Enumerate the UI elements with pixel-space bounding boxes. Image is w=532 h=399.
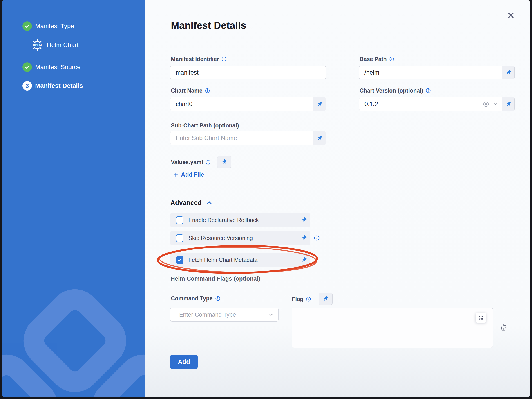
manifest-identifier-label-row: Manifest Identifier xyxy=(171,56,227,62)
flag-pin-button[interactable] xyxy=(319,293,333,305)
check-icon xyxy=(24,64,30,70)
info-icon[interactable] xyxy=(389,57,394,62)
expand-icon[interactable] xyxy=(475,313,486,323)
sidebar-step-manifest-source[interactable]: Manifest Source xyxy=(22,62,81,72)
pin-icon xyxy=(221,159,227,165)
sidebar-step-label: Manifest Details xyxy=(35,82,83,89)
pin-icon[interactable] xyxy=(313,97,326,111)
chart-version-label-row: Chart Version (optional) xyxy=(360,87,431,94)
advanced-option-2-checkbox[interactable] xyxy=(176,256,184,264)
pin-icon[interactable] xyxy=(298,217,310,223)
step-complete-icon xyxy=(22,62,32,72)
manifest-identifier-field xyxy=(170,65,326,79)
manifest-identifier-input[interactable] xyxy=(171,66,326,79)
values-yaml-pin-button[interactable] xyxy=(217,156,231,168)
pin-icon[interactable] xyxy=(298,257,310,263)
chart-version-field xyxy=(359,97,515,111)
option-label: Skip Resource Versioning xyxy=(188,235,298,241)
chart-name-label: Chart Name xyxy=(171,87,202,94)
info-icon[interactable] xyxy=(205,88,210,93)
sidebar-step-helm-chart[interactable]: Helm Chart xyxy=(31,39,79,51)
info-icon[interactable] xyxy=(215,296,220,301)
step-number: 3 xyxy=(26,82,29,89)
info-icon[interactable] xyxy=(306,297,311,302)
flag-label: Flag xyxy=(292,296,303,302)
base-path-label-row: Base Path xyxy=(360,56,394,62)
sub-chart-path-label: Sub-Chart Path (optional) xyxy=(171,122,239,129)
helm-icon xyxy=(31,39,44,51)
trash-icon[interactable] xyxy=(499,323,508,332)
chevron-down-icon[interactable] xyxy=(493,97,499,111)
sidebar-step-manifest-details[interactable]: 3 Manifest Details xyxy=(22,81,83,91)
close-icon[interactable] xyxy=(506,10,516,21)
chart-version-input[interactable] xyxy=(359,97,483,111)
sidebar-step-manifest-type[interactable]: Manifest Type xyxy=(22,21,74,31)
flag-textarea[interactable] xyxy=(292,307,493,348)
sidebar-step-label: Manifest Type xyxy=(35,23,74,30)
command-type-placeholder: - Enter Command Type - xyxy=(171,311,268,318)
page-background: Manifest Type Helm Chart Manifest Source… xyxy=(0,0,532,399)
advanced-title: Advanced xyxy=(171,199,202,206)
add-file-label: Add File xyxy=(181,171,204,178)
pin-icon[interactable] xyxy=(502,66,514,79)
option-label: Fetch Helm Chart Metadata xyxy=(188,257,298,263)
advanced-option-0-checkbox[interactable] xyxy=(176,216,184,224)
info-icon[interactable] xyxy=(206,160,211,165)
base-path-label: Base Path xyxy=(360,56,387,62)
values-yaml-label: Values.yaml xyxy=(171,159,203,165)
command-type-label-row: Command Type xyxy=(171,295,220,302)
pin-icon[interactable] xyxy=(502,97,514,111)
step-number-badge: 3 xyxy=(22,81,32,91)
check-icon xyxy=(24,23,30,29)
advanced-option-1-checkbox[interactable] xyxy=(176,234,184,242)
clear-icon[interactable] xyxy=(483,97,489,111)
info-icon[interactable] xyxy=(314,235,320,241)
sub-chart-path-field xyxy=(170,131,326,145)
manifest-details-modal: Manifest Type Helm Chart Manifest Source… xyxy=(2,0,530,397)
base-path-input[interactable] xyxy=(359,66,502,79)
add-button[interactable]: Add xyxy=(170,355,198,369)
wizard-sidebar: Manifest Type Helm Chart Manifest Source… xyxy=(2,0,145,397)
chevron-up-icon xyxy=(206,199,212,206)
flag-label-row: Flag xyxy=(292,296,311,302)
helm-command-flags-heading: Helm Command Flags (optional) xyxy=(171,275,260,282)
command-type-label: Command Type xyxy=(171,295,213,302)
harness-logo-watermark xyxy=(2,283,145,397)
chart-version-label: Chart Version (optional) xyxy=(360,87,423,94)
command-type-select[interactable]: - Enter Command Type - xyxy=(170,307,279,321)
sidebar-step-label: Manifest Source xyxy=(35,64,81,71)
info-icon[interactable] xyxy=(222,57,227,62)
chart-name-input[interactable] xyxy=(171,97,313,111)
manifest-identifier-label: Manifest Identifier xyxy=(171,56,219,62)
base-path-field xyxy=(359,65,515,79)
option-skip-resource-versioning[interactable]: Skip Resource Versioning xyxy=(170,231,310,245)
chart-name-field xyxy=(170,97,326,111)
step-complete-icon xyxy=(22,21,32,31)
sub-chart-path-input[interactable] xyxy=(171,131,313,145)
plus-icon xyxy=(173,172,179,178)
pin-icon[interactable] xyxy=(298,235,310,241)
pin-icon[interactable] xyxy=(313,131,326,145)
add-file-button[interactable]: Add File xyxy=(173,171,204,178)
sub-chart-path-label-row: Sub-Chart Path (optional) xyxy=(171,122,239,129)
chevron-down-icon xyxy=(268,312,274,317)
option-enable-declarative-rollback[interactable]: Enable Declarative Rollback xyxy=(170,213,310,227)
sidebar-step-label: Helm Chart xyxy=(47,41,79,49)
option-label: Enable Declarative Rollback xyxy=(188,217,298,223)
option-fetch-helm-chart-metadata[interactable]: Fetch Helm Chart Metadata xyxy=(170,253,310,267)
page-title: Manifest Details xyxy=(171,20,246,31)
values-yaml-label-row: Values.yaml xyxy=(171,159,211,165)
chart-name-label-row: Chart Name xyxy=(171,87,210,94)
info-icon[interactable] xyxy=(426,88,431,93)
pin-icon xyxy=(323,296,329,302)
advanced-section-toggle[interactable]: Advanced xyxy=(171,199,212,206)
